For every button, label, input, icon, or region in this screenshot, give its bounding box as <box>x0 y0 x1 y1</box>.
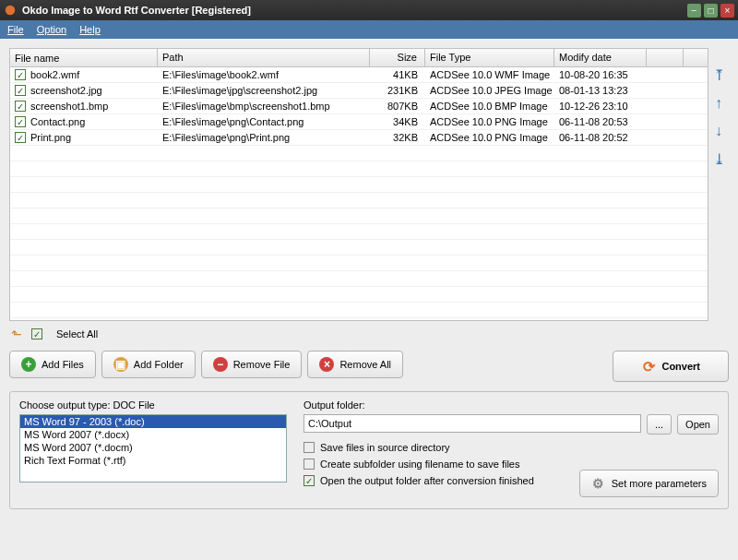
minus-icon: − <box>213 357 228 372</box>
subfolder-checkbox[interactable] <box>304 459 315 470</box>
cell-filename: screenshot2.jpg <box>30 85 102 96</box>
list-item[interactable]: MS Word 2007 (*.docm) <box>20 441 286 454</box>
add-files-button[interactable]: +Add Files <box>9 351 96 378</box>
table-row[interactable]: ✓screenshot2.jpgE:\Files\image\jpg\scree… <box>10 83 708 99</box>
menubar: File Option Help <box>0 20 738 39</box>
cell-date: 08-01-13 13:23 <box>554 84 647 97</box>
output-folder-label: Output folder: <box>304 399 719 411</box>
cell-path: E:\Files\image\png\Print.png <box>158 131 370 144</box>
table-row <box>10 193 708 209</box>
cell-type: ACDSee 10.0 BMP Image <box>425 100 554 113</box>
output-folder-input[interactable] <box>304 414 641 433</box>
grid-header: File name Path Size File Type Modify dat… <box>10 49 708 67</box>
row-checkbox[interactable]: ✓ <box>15 132 26 143</box>
cell-path: E:\Files\image\bmp\screenshot1.bmp <box>158 100 370 113</box>
output-type-label: Choose output type: DOC File <box>19 399 287 411</box>
browse-button[interactable]: ... <box>647 414 672 435</box>
menu-file[interactable]: File <box>7 24 24 35</box>
close-button[interactable]: × <box>720 4 734 18</box>
table-row <box>10 177 708 193</box>
save-source-checkbox[interactable] <box>304 442 315 453</box>
open-after-checkbox[interactable]: ✓ <box>304 475 315 486</box>
remove-file-button[interactable]: −Remove File <box>201 351 303 378</box>
gear-icon: ⚙ <box>591 476 606 491</box>
set-more-parameters-button[interactable]: ⚙Set more parameters <box>579 470 719 497</box>
titlebar: Okdo Image to Word Rtf Converter [Regist… <box>0 0 738 20</box>
subfolder-label: Create subfolder using filename to save … <box>320 459 519 470</box>
col-size[interactable]: Size <box>370 49 425 66</box>
file-grid[interactable]: File name Path Size File Type Modify dat… <box>9 48 708 321</box>
table-row <box>10 271 708 287</box>
cell-filename: book2.wmf <box>30 69 79 80</box>
table-row <box>10 287 708 303</box>
cell-date: 10-12-26 23:10 <box>554 100 647 113</box>
convert-button[interactable]: ⟳Convert <box>613 351 729 382</box>
col-extra <box>647 49 684 66</box>
cell-date: 06-11-08 20:53 <box>554 115 647 128</box>
cell-date: 10-08-20 16:35 <box>554 68 647 81</box>
move-top-icon[interactable]: ⤒ <box>713 66 725 84</box>
cell-size: 32KB <box>370 131 425 144</box>
list-item[interactable]: MS Word 2007 (*.docx) <box>20 428 286 441</box>
up-folder-icon[interactable]: ⬑ <box>11 327 22 341</box>
select-all-checkbox[interactable]: ✓ <box>31 328 42 340</box>
table-row <box>10 209 708 224</box>
maximize-button[interactable]: □ <box>704 4 718 18</box>
open-after-label: Open the output folder after conversion … <box>320 475 534 486</box>
cell-type: ACDSee 10.0 PNG Image <box>425 115 554 128</box>
convert-icon: ⟳ <box>641 359 656 374</box>
select-all-label: Select All <box>56 328 98 340</box>
row-checkbox[interactable]: ✓ <box>15 85 26 96</box>
cell-path: E:\Files\image\book2.wmf <box>158 68 370 81</box>
open-button[interactable]: Open <box>677 414 719 435</box>
add-folder-button[interactable]: ▣Add Folder <box>101 351 196 378</box>
table-row <box>10 240 708 256</box>
cell-path: E:\Files\image\png\Contact.png <box>158 115 370 128</box>
move-bottom-icon[interactable]: ⤓ <box>713 150 725 168</box>
save-source-label: Save files in source directory <box>320 442 450 453</box>
table-row <box>10 161 708 177</box>
table-row[interactable]: ✓screenshot1.bmpE:\Files\image\bmp\scree… <box>10 99 708 114</box>
row-checkbox[interactable]: ✓ <box>15 69 26 80</box>
table-row <box>10 256 708 271</box>
output-type-list[interactable]: MS Word 97 - 2003 (*.doc) MS Word 2007 (… <box>19 414 287 483</box>
cell-filename: screenshot1.bmp <box>30 101 108 112</box>
table-row <box>10 146 708 161</box>
app-logo-icon <box>4 4 17 17</box>
move-up-icon[interactable]: ↑ <box>715 95 722 112</box>
col-type[interactable]: File Type <box>425 49 554 66</box>
remove-all-button[interactable]: ×Remove All <box>307 351 403 378</box>
window-title: Okdo Image to Word Rtf Converter [Regist… <box>22 5 684 16</box>
row-checkbox[interactable]: ✓ <box>15 101 26 112</box>
cell-path: E:\Files\image\jpg\screenshot2.jpg <box>158 84 370 97</box>
move-down-icon[interactable]: ↓ <box>715 123 722 139</box>
x-icon: × <box>319 357 334 372</box>
reorder-buttons: ⤒ ↑ ↓ ⤓ <box>708 48 729 321</box>
table-row <box>10 303 708 318</box>
cell-size: 41KB <box>370 68 425 81</box>
svg-point-0 <box>6 6 16 16</box>
table-row[interactable]: ✓Contact.pngE:\Files\image\png\Contact.p… <box>10 114 708 130</box>
plus-icon: + <box>21 357 36 372</box>
cell-size: 231KB <box>370 84 425 97</box>
cell-filename: Contact.png <box>30 116 85 127</box>
minimize-button[interactable]: − <box>687 4 701 18</box>
cell-filename: Print.png <box>30 132 71 143</box>
cell-date: 06-11-08 20:52 <box>554 131 647 144</box>
col-path[interactable]: Path <box>158 49 370 66</box>
cell-size: 34KB <box>370 115 425 128</box>
list-item[interactable]: MS Word 97 - 2003 (*.doc) <box>20 415 286 428</box>
list-item[interactable]: Rich Text Format (*.rtf) <box>20 454 286 467</box>
table-row[interactable]: ✓Print.pngE:\Files\image\png\Print.png32… <box>10 130 708 146</box>
row-checkbox[interactable]: ✓ <box>15 116 26 127</box>
cell-type: ACDSee 10.0 PNG Image <box>425 131 554 144</box>
col-filename[interactable]: File name <box>10 49 158 66</box>
cell-size: 807KB <box>370 100 425 113</box>
table-row <box>10 224 708 240</box>
cell-type: ACDSee 10.0 JPEG Image <box>425 84 554 97</box>
menu-help[interactable]: Help <box>79 24 101 35</box>
menu-option[interactable]: Option <box>37 24 66 35</box>
col-date[interactable]: Modify date <box>554 49 647 66</box>
table-row[interactable]: ✓book2.wmfE:\Files\image\book2.wmf41KBAC… <box>10 67 708 83</box>
cell-type: ACDSee 10.0 WMF Image <box>425 68 554 81</box>
